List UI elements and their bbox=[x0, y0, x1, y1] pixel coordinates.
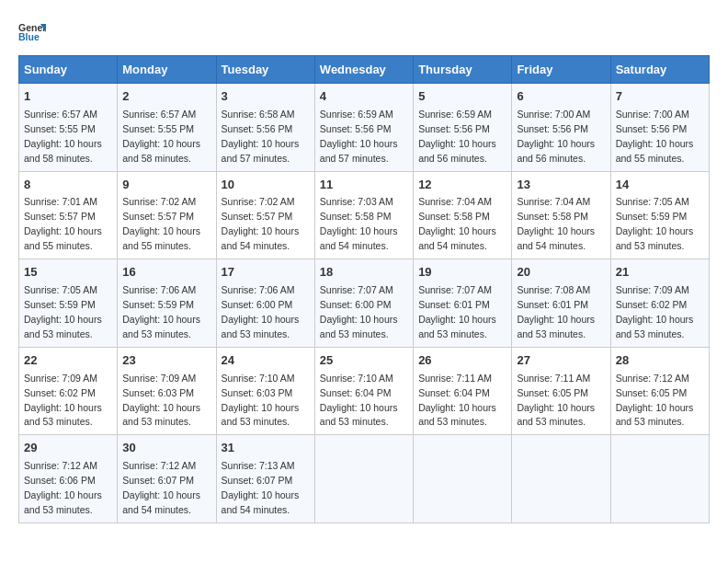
calendar-cell: 7Sunrise: 7:00 AMSunset: 5:56 PMDaylight… bbox=[610, 84, 709, 172]
sunrise-info: Sunrise: 7:04 AM bbox=[418, 196, 492, 207]
sunrise-info: Sunrise: 7:11 AM bbox=[517, 373, 590, 384]
day-number: 13 bbox=[517, 177, 605, 194]
sunrise-info: Sunrise: 7:09 AM bbox=[24, 373, 97, 384]
daylight-info: Daylight: 10 hours and 53 minutes. bbox=[418, 314, 496, 339]
day-number: 16 bbox=[122, 264, 210, 282]
daylight-info: Daylight: 10 hours and 53 minutes. bbox=[222, 314, 300, 339]
sunrise-info: Sunrise: 7:09 AM bbox=[122, 373, 196, 384]
daylight-info: Daylight: 10 hours and 53 minutes. bbox=[24, 402, 102, 428]
daylight-info: Daylight: 10 hours and 53 minutes. bbox=[24, 489, 102, 515]
day-number: 28 bbox=[616, 352, 704, 370]
calendar-cell bbox=[414, 435, 512, 523]
calendar-cell: 21Sunrise: 7:09 AMSunset: 6:02 PMDayligh… bbox=[610, 259, 709, 348]
calendar-cell: 15Sunrise: 7:05 AMSunset: 5:59 PMDayligh… bbox=[19, 259, 118, 348]
sunrise-info: Sunrise: 7:10 AM bbox=[222, 373, 295, 384]
sunrise-info: Sunrise: 7:03 AM bbox=[320, 196, 393, 207]
calendar-cell: 8Sunrise: 7:01 AMSunset: 5:57 PMDaylight… bbox=[19, 171, 118, 259]
sunset-info: Sunset: 6:02 PM bbox=[24, 387, 96, 398]
daylight-info: Daylight: 10 hours and 57 minutes. bbox=[320, 138, 398, 164]
daylight-info: Daylight: 10 hours and 54 minutes. bbox=[222, 489, 300, 515]
daylight-info: Daylight: 10 hours and 53 minutes. bbox=[616, 402, 694, 428]
calendar-cell: 14Sunrise: 7:05 AMSunset: 5:59 PMDayligh… bbox=[610, 171, 709, 259]
calendar-body: 1Sunrise: 6:57 AMSunset: 5:55 PMDaylight… bbox=[19, 84, 710, 523]
sunset-info: Sunset: 5:58 PM bbox=[418, 211, 490, 222]
sunrise-info: Sunrise: 7:00 AM bbox=[517, 109, 590, 120]
weekday-header-tuesday: Tuesday bbox=[216, 56, 314, 84]
calendar-week-row: 22Sunrise: 7:09 AMSunset: 6:02 PMDayligh… bbox=[19, 347, 710, 435]
day-number: 20 bbox=[517, 264, 605, 282]
sunrise-info: Sunrise: 7:02 AM bbox=[222, 196, 295, 207]
daylight-info: Daylight: 10 hours and 53 minutes. bbox=[616, 225, 694, 251]
sunrise-info: Sunrise: 7:05 AM bbox=[616, 196, 689, 207]
daylight-info: Daylight: 10 hours and 56 minutes. bbox=[418, 138, 496, 164]
calendar-cell: 26Sunrise: 7:11 AMSunset: 6:04 PMDayligh… bbox=[414, 347, 512, 435]
calendar-cell: 3Sunrise: 6:58 AMSunset: 5:56 PMDaylight… bbox=[216, 84, 314, 172]
day-number: 4 bbox=[320, 88, 408, 106]
sunrise-info: Sunrise: 7:09 AM bbox=[616, 284, 689, 295]
calendar-week-row: 15Sunrise: 7:05 AMSunset: 5:59 PMDayligh… bbox=[19, 259, 710, 348]
calendar-cell: 29Sunrise: 7:12 AMSunset: 6:06 PMDayligh… bbox=[19, 435, 118, 523]
calendar-cell: 27Sunrise: 7:11 AMSunset: 6:05 PMDayligh… bbox=[512, 347, 610, 435]
day-number: 31 bbox=[222, 440, 310, 457]
day-number: 24 bbox=[222, 352, 310, 370]
sunset-info: Sunset: 5:56 PM bbox=[222, 123, 293, 134]
daylight-info: Daylight: 10 hours and 53 minutes. bbox=[122, 314, 200, 339]
calendar-week-row: 8Sunrise: 7:01 AMSunset: 5:57 PMDaylight… bbox=[19, 171, 710, 259]
sunset-info: Sunset: 5:57 PM bbox=[222, 211, 293, 222]
calendar-week-row: 1Sunrise: 6:57 AMSunset: 5:55 PMDaylight… bbox=[19, 84, 710, 172]
daylight-info: Daylight: 10 hours and 55 minutes. bbox=[122, 225, 200, 251]
daylight-info: Daylight: 10 hours and 53 minutes. bbox=[517, 402, 595, 428]
calendar-cell: 30Sunrise: 7:12 AMSunset: 6:07 PMDayligh… bbox=[118, 435, 216, 523]
day-number: 15 bbox=[24, 264, 112, 282]
day-number: 17 bbox=[222, 264, 310, 282]
sunset-info: Sunset: 6:02 PM bbox=[616, 299, 688, 310]
daylight-info: Daylight: 10 hours and 53 minutes. bbox=[320, 314, 398, 339]
day-number: 18 bbox=[320, 264, 408, 282]
sunset-info: Sunset: 6:07 PM bbox=[122, 475, 194, 486]
sunset-info: Sunset: 5:56 PM bbox=[517, 123, 588, 134]
calendar-week-row: 29Sunrise: 7:12 AMSunset: 6:06 PMDayligh… bbox=[19, 435, 710, 523]
calendar-cell: 5Sunrise: 6:59 AMSunset: 5:56 PMDaylight… bbox=[414, 84, 512, 172]
day-number: 21 bbox=[616, 264, 704, 282]
sunrise-info: Sunrise: 6:57 AM bbox=[122, 109, 196, 120]
sunrise-info: Sunrise: 7:08 AM bbox=[517, 284, 590, 295]
sunrise-info: Sunrise: 7:07 AM bbox=[418, 284, 492, 295]
calendar-cell: 6Sunrise: 7:00 AMSunset: 5:56 PMDaylight… bbox=[512, 84, 610, 172]
sunset-info: Sunset: 6:06 PM bbox=[24, 475, 96, 486]
daylight-info: Daylight: 10 hours and 53 minutes. bbox=[24, 314, 102, 339]
calendar-cell bbox=[314, 435, 413, 523]
day-number: 22 bbox=[24, 352, 112, 370]
calendar-cell: 31Sunrise: 7:13 AMSunset: 6:07 PMDayligh… bbox=[216, 435, 314, 523]
weekday-header-row: SundayMondayTuesdayWednesdayThursdayFrid… bbox=[19, 56, 710, 84]
calendar-cell: 13Sunrise: 7:04 AMSunset: 5:58 PMDayligh… bbox=[512, 171, 610, 259]
sunrise-info: Sunrise: 7:12 AM bbox=[24, 460, 97, 471]
weekday-header-wednesday: Wednesday bbox=[314, 56, 413, 84]
daylight-info: Daylight: 10 hours and 53 minutes. bbox=[616, 314, 694, 339]
sunset-info: Sunset: 5:58 PM bbox=[320, 211, 392, 222]
daylight-info: Daylight: 10 hours and 53 minutes. bbox=[222, 402, 300, 428]
sunrise-info: Sunrise: 6:57 AM bbox=[24, 109, 97, 120]
sunset-info: Sunset: 5:55 PM bbox=[122, 123, 194, 134]
page-header: General Blue bbox=[18, 18, 710, 46]
day-number: 7 bbox=[616, 88, 704, 106]
calendar-cell: 2Sunrise: 6:57 AMSunset: 5:55 PMDaylight… bbox=[118, 84, 216, 172]
sunset-info: Sunset: 6:01 PM bbox=[418, 299, 490, 310]
daylight-info: Daylight: 10 hours and 53 minutes. bbox=[418, 402, 496, 428]
sunset-info: Sunset: 5:57 PM bbox=[24, 211, 96, 222]
day-number: 23 bbox=[122, 352, 210, 370]
day-number: 29 bbox=[24, 440, 112, 457]
calendar-cell: 18Sunrise: 7:07 AMSunset: 6:00 PMDayligh… bbox=[314, 259, 413, 348]
sunset-info: Sunset: 5:56 PM bbox=[320, 123, 392, 134]
weekday-header-saturday: Saturday bbox=[610, 56, 709, 84]
day-number: 30 bbox=[122, 440, 210, 457]
sunrise-info: Sunrise: 6:59 AM bbox=[320, 109, 393, 120]
sunset-info: Sunset: 5:59 PM bbox=[24, 299, 96, 310]
sunset-info: Sunset: 6:05 PM bbox=[616, 387, 688, 398]
calendar-cell: 12Sunrise: 7:04 AMSunset: 5:58 PMDayligh… bbox=[414, 171, 512, 259]
day-number: 19 bbox=[418, 264, 506, 282]
sunrise-info: Sunrise: 7:04 AM bbox=[517, 196, 590, 207]
sunrise-info: Sunrise: 7:01 AM bbox=[24, 196, 97, 207]
sunset-info: Sunset: 6:00 PM bbox=[222, 299, 293, 310]
calendar-cell: 25Sunrise: 7:10 AMSunset: 6:04 PMDayligh… bbox=[314, 347, 413, 435]
calendar-cell: 16Sunrise: 7:06 AMSunset: 5:59 PMDayligh… bbox=[118, 259, 216, 348]
